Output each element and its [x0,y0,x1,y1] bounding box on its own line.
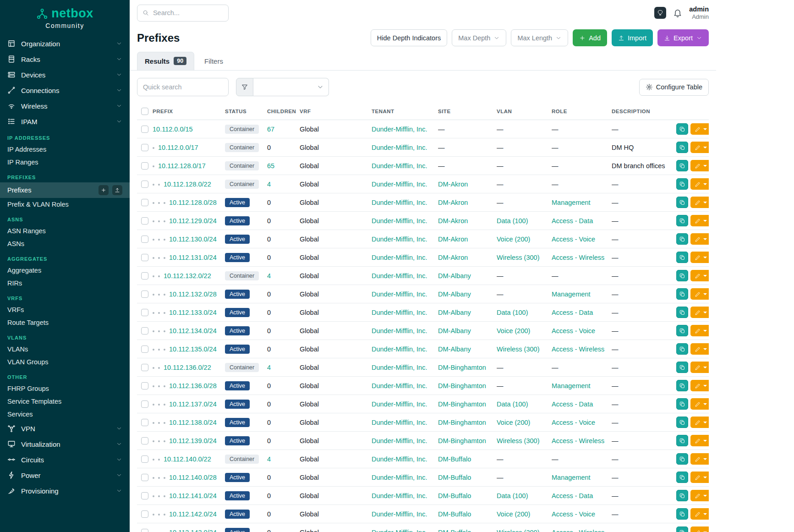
sidebar-group-power[interactable]: Power [0,467,130,483]
edit-button[interactable] [690,325,709,336]
search-input[interactable] [153,9,223,16]
tenant-link[interactable]: Dunder-Mifflin, Inc. [372,400,427,408]
edit-button[interactable] [690,288,709,300]
tenant-link[interactable]: Dunder-Mifflin, Inc. [372,254,427,261]
hide-depth-indicators-button[interactable]: Hide Depth Indicators [371,29,447,46]
vlan-link[interactable]: Voice (200) [497,419,530,426]
copy-button[interactable] [676,252,688,263]
role-link[interactable]: Access - Wireless [552,529,604,532]
edit-button[interactable] [690,417,709,428]
tab-filters[interactable]: Filters [197,53,230,70]
sidebar-item-services[interactable]: Services [0,408,130,421]
max-depth-dropdown[interactable]: Max Depth [452,29,506,46]
prefix-link[interactable]: 10.112.132.0/22 [164,272,211,280]
sidebar-item-vlan-groups[interactable]: VLAN Groups [0,356,130,368]
theme-toggle-button[interactable] [654,7,666,19]
add-button[interactable]: Add [573,29,607,46]
quick-search-input[interactable] [137,78,229,96]
children-link[interactable]: 65 [267,162,274,170]
copy-button[interactable] [676,325,688,336]
sidebar-group-organization[interactable]: Organization [0,36,130,51]
sidebar-item-service-templates[interactable]: Service Templates [0,395,130,408]
row-checkbox[interactable] [141,455,148,463]
export-dropdown[interactable]: Export [657,29,709,46]
prefix-link[interactable]: 10.112.132.0/28 [169,291,217,298]
edit-button[interactable] [690,453,709,465]
filter-button[interactable] [236,78,253,96]
prefix-link[interactable]: 10.112.0.0/17 [158,144,198,151]
role-link[interactable]: Management [552,474,591,481]
prefix-link[interactable]: 10.112.129.0/24 [169,217,217,225]
edit-button[interactable] [690,508,709,520]
prefix-link[interactable]: 10.112.135.0/24 [169,346,217,353]
column-header-prefix[interactable]: PREFIX [153,103,225,120]
sidebar-item-rirs[interactable]: RIRs [0,277,130,290]
copy-button[interactable] [676,398,688,410]
edit-button[interactable] [690,160,709,171]
copy-button[interactable] [676,160,688,171]
tenant-link[interactable]: Dunder-Mifflin, Inc. [372,236,427,243]
tenant-link[interactable]: Dunder-Mifflin, Inc. [372,144,427,151]
copy-button[interactable] [676,380,688,391]
select-all-checkbox[interactable] [141,108,148,115]
sidebar-item-prefixes[interactable]: Prefixes [0,182,130,198]
row-checkbox[interactable] [141,364,148,371]
prefix-link[interactable]: 10.112.128.0/17 [158,162,206,170]
copy-button[interactable] [676,142,688,153]
prefix-link[interactable]: 10.112.131.0/24 [169,254,217,261]
edit-button[interactable] [690,362,709,373]
vlan-link[interactable]: Voice (200) [497,327,530,335]
site-link[interactable]: DM-Akron [438,236,468,243]
site-link[interactable]: DM-Binghamton [438,400,486,408]
edit-button[interactable] [690,252,709,263]
edit-button[interactable] [690,233,709,245]
copy-button[interactable] [676,307,688,318]
edit-button[interactable] [690,472,709,483]
site-link[interactable]: DM-Albany [438,272,471,280]
site-link[interactable]: DM-Albany [438,346,471,353]
sidebar-item-ip-ranges[interactable]: IP Ranges [0,156,130,169]
column-header-site[interactable]: SITE [438,103,497,120]
vlan-link[interactable]: Data (100) [497,217,528,225]
column-header-vlan[interactable]: VLAN [497,103,552,120]
tenant-link[interactable]: Dunder-Mifflin, Inc. [372,217,427,225]
tenant-link[interactable]: Dunder-Mifflin, Inc. [372,327,427,335]
edit-button[interactable] [690,343,709,355]
prefix-link[interactable]: 10.112.0.0/15 [153,126,193,133]
children-link[interactable]: 4 [267,181,271,188]
tenant-link[interactable]: Dunder-Mifflin, Inc. [372,455,427,463]
site-link[interactable]: DM-Buffalo [438,529,471,532]
role-link[interactable]: Access - Voice [552,327,595,335]
role-link[interactable]: Access - Wireless [552,254,604,261]
copy-button[interactable] [676,178,688,190]
column-header-status[interactable]: STATUS [225,103,267,120]
prefix-link[interactable]: 10.112.130.0/24 [169,236,217,243]
copy-button[interactable] [676,508,688,520]
edit-button[interactable] [690,398,709,410]
edit-button[interactable] [690,142,709,153]
role-link[interactable]: Management [552,382,591,389]
sidebar-item-route-targets[interactable]: Route Targets [0,316,130,329]
sidebar-group-connections[interactable]: Connections [0,82,130,98]
site-link[interactable]: DM-Akron [438,199,468,206]
prefix-link[interactable]: 10.112.141.0/24 [169,492,217,499]
sidebar-group-devices[interactable]: Devices [0,67,130,82]
sidebar-item-vlans[interactable]: VLANs [0,343,130,356]
row-checkbox[interactable] [141,400,148,408]
row-checkbox[interactable] [141,382,148,389]
sidebar-item-ip-addresses[interactable]: IP Addresses [0,143,130,156]
role-link[interactable]: Access - Data [552,217,593,225]
tenant-link[interactable]: Dunder-Mifflin, Inc. [372,364,427,371]
tenant-link[interactable]: Dunder-Mifflin, Inc. [372,529,427,532]
copy-button[interactable] [676,453,688,465]
sidebar-group-virtualization[interactable]: Virtualization [0,436,130,452]
sidebar-group-ipam[interactable]: IPAM [0,114,130,129]
role-link[interactable]: Access - Voice [552,419,595,426]
user-menu[interactable]: admin Admin [689,5,709,21]
vlan-link[interactable]: Wireless (300) [497,529,539,532]
tenant-link[interactable]: Dunder-Mifflin, Inc. [372,199,427,206]
site-link[interactable]: DM-Binghamton [438,364,486,371]
site-link[interactable]: DM-Binghamton [438,419,486,426]
sidebar-group-circuits[interactable]: Circuits [0,452,130,467]
children-link[interactable]: 4 [267,272,271,280]
